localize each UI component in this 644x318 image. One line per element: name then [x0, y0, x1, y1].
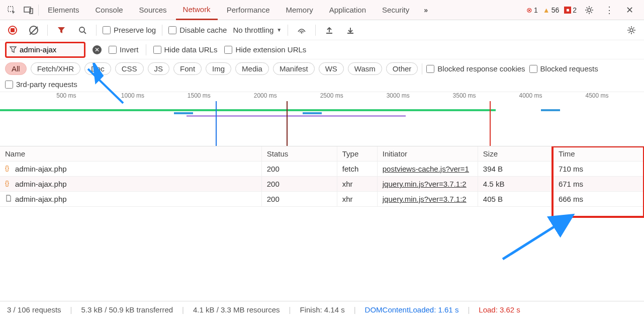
file-icon: {}	[5, 165, 12, 173]
requests-count: 3 / 106 requests	[7, 305, 61, 314]
cell-name: {}admin-ajax.php	[0, 177, 261, 192]
error-count[interactable]: ⊗ 1	[526, 6, 538, 14]
hide-data-urls-input[interactable]	[153, 46, 161, 54]
table-header-row: Name Status Type Initiator Size Time	[0, 146, 644, 162]
cell-time: 666 ms	[553, 192, 643, 207]
type-font[interactable]: Font	[173, 62, 202, 75]
col-initiator[interactable]: Initiator	[377, 146, 478, 162]
preserve-log-input[interactable]	[103, 26, 111, 34]
cell-type: xhr	[337, 177, 377, 192]
divider	[315, 25, 316, 36]
cell-time: 671 ms	[553, 177, 643, 192]
hide-ext-urls-input[interactable]	[224, 46, 232, 54]
col-time[interactable]: Time	[553, 146, 643, 162]
search-icon[interactable]	[75, 23, 90, 38]
blocked-requests-input[interactable]	[529, 65, 537, 73]
clear-filter-button[interactable]: ✕	[93, 45, 102, 54]
more-tabs-icon[interactable]: »	[418, 3, 433, 18]
inspect-icon[interactable]	[4, 3, 19, 18]
warning-count[interactable]: ▲ 56	[543, 6, 559, 14]
table-row[interactable]: {}admin-ajax.php200fetchpostviews-cache.…	[0, 162, 644, 177]
col-status[interactable]: Status	[261, 146, 337, 162]
cell-initiator[interactable]: jquery.min.js?ver=3.7.1:2	[377, 177, 478, 192]
record-button[interactable]	[5, 23, 20, 38]
download-har-icon[interactable]	[343, 23, 358, 38]
invert-input[interactable]	[109, 46, 117, 54]
blocked-cookies-checkbox[interactable]: Blocked response cookies	[426, 64, 525, 73]
clear-button[interactable]	[26, 23, 41, 38]
type-media[interactable]: Media	[235, 62, 269, 75]
tab-elements[interactable]: Elements	[41, 0, 86, 20]
divider: |	[289, 305, 291, 314]
warning-count-value: 56	[551, 6, 560, 14]
type-all[interactable]: All	[5, 62, 27, 75]
filter-input[interactable]	[20, 45, 75, 54]
timeline-tick: 3500 ms	[453, 92, 476, 99]
table-row[interactable]: {}admin-ajax.php200xhrjquery.min.js?ver=…	[0, 177, 644, 192]
third-party-checkbox[interactable]: 3rd-party requests	[5, 80, 639, 89]
timeline-bar	[387, 109, 496, 111]
svg-text:{}: {}	[5, 165, 9, 172]
funnel-icon	[10, 46, 17, 53]
type-doc[interactable]: Doc	[84, 62, 111, 75]
disable-cache-checkbox[interactable]: Disable cache	[168, 26, 227, 34]
dcl-marker	[216, 101, 217, 146]
type-wasm[interactable]: Wasm	[348, 62, 382, 75]
cell-initiator[interactable]: postviews-cache.js?ver=1	[377, 162, 478, 177]
settings-gear-icon[interactable]	[624, 23, 639, 38]
blocked-requests-checkbox[interactable]: Blocked requests	[529, 64, 598, 73]
invert-checkbox[interactable]: Invert	[109, 45, 139, 54]
warning-icon: ▲	[543, 6, 550, 14]
cell-initiator[interactable]: jquery.min.js?ver=3.7.1:2	[377, 192, 478, 207]
file-icon	[5, 195, 12, 203]
kebab-menu-icon[interactable]: ⋮	[602, 3, 617, 18]
svg-rect-2	[30, 9, 33, 14]
error-count-value: 1	[534, 6, 538, 14]
tab-security[interactable]: Security	[375, 0, 416, 20]
upload-har-icon[interactable]	[322, 23, 337, 38]
settings-icon[interactable]	[582, 3, 597, 18]
third-party-input[interactable]	[5, 81, 13, 89]
hide-ext-urls-label: Hide extension URLs	[235, 45, 306, 54]
timeline-overview[interactable]: 500 ms1000 ms1500 ms2000 ms2500 ms3000 m…	[0, 92, 644, 146]
type-other[interactable]: Other	[386, 62, 418, 75]
cell-time: 710 ms	[553, 162, 643, 177]
hide-data-urls-checkbox[interactable]: Hide data URLs	[153, 45, 218, 54]
throttling-select[interactable]: No throttling ▼	[233, 26, 282, 34]
issue-icon: ■	[564, 7, 571, 14]
col-type[interactable]: Type	[337, 146, 377, 162]
tab-memory[interactable]: Memory	[279, 0, 320, 20]
filter-icon[interactable]	[54, 23, 69, 38]
tab-sources[interactable]: Sources	[132, 0, 174, 20]
filter-input-box[interactable]	[5, 42, 85, 58]
preserve-log-checkbox[interactable]: Preserve log	[103, 26, 156, 34]
requests-table: Name Status Type Initiator Size Time {}a…	[0, 146, 644, 207]
cell-status: 200	[261, 177, 337, 192]
blocked-cookies-input[interactable]	[426, 65, 434, 73]
disable-cache-input[interactable]	[168, 26, 176, 34]
col-size[interactable]: Size	[478, 146, 553, 162]
tab-console[interactable]: Console	[88, 0, 130, 20]
issue-count[interactable]: ■ 2	[564, 6, 577, 14]
type-js[interactable]: JS	[148, 62, 170, 75]
tab-network[interactable]: Network	[176, 0, 218, 20]
device-toolbar-icon[interactable]	[21, 3, 36, 18]
timeline-bar	[541, 109, 560, 111]
error-icon: ⊗	[526, 6, 532, 14]
hide-ext-urls-checkbox[interactable]: Hide extension URLs	[224, 45, 306, 54]
close-icon[interactable]: ✕	[622, 3, 637, 18]
type-fetch-xhr[interactable]: Fetch/XHR	[31, 62, 80, 75]
type-img[interactable]: Img	[206, 62, 231, 75]
col-name[interactable]: Name	[0, 146, 261, 162]
divider: |	[468, 305, 470, 314]
tab-application[interactable]: Application	[322, 0, 373, 20]
type-css[interactable]: CSS	[115, 62, 144, 75]
third-party-label: 3rd-party requests	[16, 80, 77, 89]
table-row[interactable]: admin-ajax.php200xhrjquery.min.js?ver=3.…	[0, 192, 644, 207]
network-conditions-icon[interactable]	[294, 23, 309, 38]
tab-performance[interactable]: Performance	[220, 0, 277, 20]
finish-marker	[490, 101, 491, 146]
timeline-tick: 2000 ms	[254, 92, 277, 99]
type-ws[interactable]: WS	[319, 62, 344, 75]
type-manifest[interactable]: Manifest	[273, 62, 315, 75]
